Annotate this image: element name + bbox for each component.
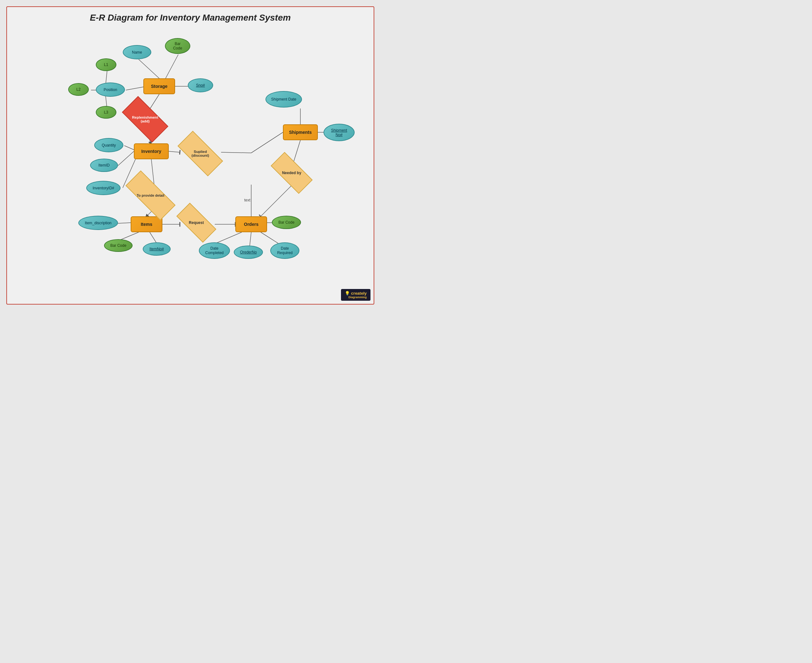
svg-line-27 [216,232,242,243]
svg-line-29 [261,232,278,243]
svg-line-12 [169,151,180,152]
logo-sub: Diagramming [345,296,366,299]
attr-barcode2: Bar Code [104,239,132,252]
svg-line-23 [150,232,157,243]
entity-orders[interactable]: Orders [235,216,267,232]
rel-replenishment[interactable]: Replenishment(add) [124,108,166,131]
svg-line-21 [118,223,131,223]
attr-l2: L2 [68,83,89,96]
rel-needed[interactable]: Needed by [272,163,312,183]
entity-inventory[interactable]: Inventory [134,143,169,159]
text-label: text [244,198,250,202]
rel-supplied[interactable]: Suplied(discount) [179,143,222,164]
attr-barcode1: BarCode [165,38,190,54]
attr-orderno: OrederNo [234,246,263,259]
diagram-container: E-R Diagram for Inventory Management Sys… [6,6,374,304]
attr-itemid: ItemID [90,158,118,172]
attr-quantity: Quantity [94,138,123,152]
logo-icon: 💡 [345,291,350,296]
svg-line-9 [124,146,134,150]
svg-line-10 [118,151,134,166]
svg-line-14 [251,132,283,153]
attr-barcode3: Bar Code [272,216,301,229]
svg-line-3 [126,87,144,90]
rel-toprovide[interactable]: To provide detail [126,184,175,206]
attr-shipdate: Shipment Date [265,91,302,108]
svg-line-18 [261,184,292,216]
attr-datecompleted: DateCompleted [199,243,230,259]
svg-line-22 [119,232,139,240]
attr-l1: L1 [96,58,116,71]
creately-logo: 💡 creately Diagramming [341,289,370,301]
attr-name: Name [123,45,151,59]
attr-shipno: ShipmentNo# [323,124,355,141]
entity-shipments[interactable]: Shipments [283,125,318,140]
entity-storage[interactable]: Storage [144,78,175,94]
svg-line-1 [166,55,178,78]
attr-inventoryid: InventoryID# [86,181,121,195]
svg-line-28 [250,232,251,246]
attr-daterequired: DateRequired [270,243,299,259]
attr-position: Position [96,82,125,97]
svg-line-0 [139,59,159,78]
entity-items[interactable]: Items [131,216,162,232]
svg-line-13 [221,152,251,153]
logo-brand: creately [351,291,366,296]
attr-l3: L3 [96,106,116,119]
rel-request[interactable]: Request [178,213,215,232]
attr-itemno: ItemNo# [143,243,171,255]
attr-sno: Sno# [188,78,213,92]
attr-item-desc: Item_discription [78,216,118,230]
